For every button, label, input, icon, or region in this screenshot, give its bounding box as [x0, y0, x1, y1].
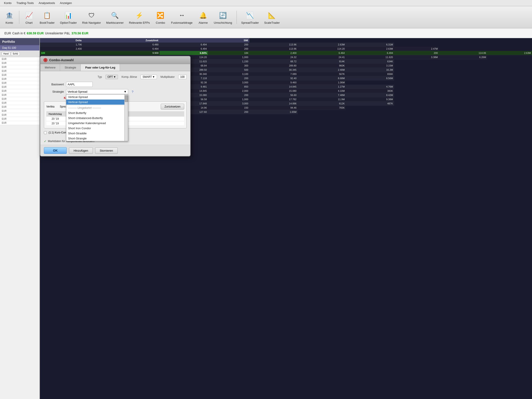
help-icon[interactable]: ? [132, 90, 133, 94]
toolbar-combo-label: Combo [156, 21, 165, 24]
toolbar-relevante-efps-label: Relevante EFPs [129, 21, 150, 24]
dropdown-item-umgekehrter-kalenderspread[interactable]: Umgekehrter Kalenderspread [66, 120, 124, 126]
strategie-row: Strategie Vertical-Spread ▼ Vertical-Spr… [44, 89, 187, 94]
dropdown-scrollbar[interactable] [124, 95, 128, 141]
status-bar: EUR Cash in € 638.59 EUR Unrealisierter … [0, 28, 532, 38]
komp-select[interactable]: SMART ▼ [140, 75, 157, 79]
booktrader-icon: 📋 [42, 10, 52, 21]
toolbar-risknavigator[interactable]: 🛡 Risk Navigator [80, 9, 103, 25]
komp-value: SMART [143, 75, 152, 78]
basiswert-input[interactable] [66, 82, 93, 87]
dropdown-scroll-thumb [125, 95, 128, 102]
status-pnl-label: Unrealisierter P&L [45, 32, 70, 35]
strategie-dropdown-list: Vertical-Spread Vertical-Spread ——— Umge… [66, 94, 128, 141]
dialog-title-text: Combo-Auswahl [49, 58, 74, 62]
vertikal-label: Vertika [46, 105, 55, 108]
basiswert-label: Basiswert [44, 83, 64, 86]
strategie-dropdown-arrow: ▼ [124, 90, 127, 93]
dropdown-item-vertical-spread-1[interactable]: Vertical-Spread [66, 95, 124, 100]
toolbar-booktrader[interactable]: 📋 BookTrader [38, 9, 57, 25]
toolbar-relevante-efps[interactable]: ⚡ Relevante EFPs [127, 9, 152, 25]
dialog-overlay: ✕ Combo-Auswahl Mehrere Strategie Paar o… [0, 38, 532, 399]
komp-label: Komp.-Börse [121, 75, 137, 78]
combo-icon: 🔀 [155, 10, 166, 21]
dialog-title-bar: ✕ Combo-Auswahl [40, 56, 190, 64]
risknavigator-icon: 🛡 [86, 10, 97, 21]
stornieren-button[interactable]: Stornieren [95, 147, 118, 154]
strategie-selected[interactable]: Vertical-Spread ▼ [66, 89, 128, 94]
relevante-efps-icon: ⚡ [134, 10, 145, 21]
typ-value: OPT [108, 75, 113, 78]
status-cash-label: Cash in € [13, 32, 25, 35]
strategie-label: Strategie [44, 90, 64, 93]
toolbar-scaletrader[interactable]: 📐 ScaleTrader [262, 9, 282, 25]
main-area: Portfolio Daq 51-100 Hand Schlü EUR EUR … [0, 38, 532, 399]
vertikal-row: Vertika [46, 105, 55, 108]
optiontrader-icon: 📊 [63, 10, 74, 21]
toolbar-optiontrader[interactable]: 📊 OptionTrader [58, 9, 79, 25]
multiplikator-value[interactable]: 100 [178, 75, 187, 79]
dialog-body: Typ OPT ▼ Komp.-Börse SMART ▼ Multiplika… [40, 71, 190, 138]
toolbar: 🏦 Konto 📈 Chart 📋 BookTrader 📊 OptionTra… [0, 6, 532, 28]
toolbar-risknavigator-label: Risk Navigator [82, 21, 101, 24]
toolbar-booktrader-label: BookTrader [40, 21, 55, 24]
spreadtrader-icon: 📉 [245, 10, 255, 21]
toolbar-chart[interactable]: 📈 Chart [21, 9, 37, 25]
toolbar-umschichtung[interactable]: 🔄 Umschichtung [212, 9, 234, 25]
strategie-dropdown-container: Vertical-Spread ▼ Vertical-Spread Vertic… [66, 89, 128, 94]
basiswert-row: Basiswert [44, 82, 187, 87]
toolbar-marktscanner[interactable]: 🔍 Marktscanner [104, 9, 126, 25]
strategie-selected-value: Vertical-Spread [68, 90, 87, 93]
toolbar-optiontrader-label: OptionTrader [60, 21, 77, 24]
dropdown-item-short-strangle[interactable]: Short-Strangle [66, 136, 124, 141]
dropdown-item-short-iron-condor[interactable]: Short Iron Condor [66, 126, 124, 131]
toolbar-spreadtrader[interactable]: 📉 SpreadTrader [239, 9, 261, 25]
toolbar-fusionsarbitrage-label: Fusionsarbitrage [171, 21, 193, 24]
dialog-tab-strategie[interactable]: Strategie [60, 64, 81, 71]
fusionsarbitrage-icon: ↔ [177, 10, 187, 21]
toolbar-chart-label: Chart [25, 21, 32, 24]
menu-anzeigen[interactable]: Anzeigen [58, 0, 74, 6]
dialog-close-button[interactable]: ✕ [44, 58, 47, 62]
toolbar-sep-2 [236, 11, 237, 24]
typ-select[interactable]: OPT ▼ [106, 75, 118, 79]
umschichtung-icon: 🔄 [218, 10, 228, 21]
menu-konto[interactable]: Konto [2, 0, 14, 6]
dialog-tab-paar[interactable]: Paar oder Leg-für-Leg [81, 64, 120, 71]
dropdown-item-short-unbalanced-butterfly[interactable]: Short-Unbalanced-Butterfly [66, 115, 124, 120]
ok-button[interactable]: OK [44, 147, 67, 154]
chart-icon: 📈 [24, 10, 34, 21]
dialog-tab-mehrere[interactable]: Mehrere [40, 64, 60, 71]
konto-icon: 🏦 [4, 10, 15, 21]
menu-bar: Konto Trading-Tools Analysetools Anzeige… [0, 0, 532, 6]
combo-dialog: ✕ Combo-Auswahl Mehrere Strategie Paar o… [40, 56, 191, 157]
menu-trading-tools[interactable]: Trading-Tools [14, 0, 36, 6]
toolbar-alarme-label: Alarme [199, 21, 208, 24]
zurücksetzen-container: Zurücksetzen [161, 104, 184, 109]
dropdown-item-short-butterfly[interactable]: Short Butterfly [66, 110, 124, 115]
marktscanner-icon: 🔍 [109, 10, 120, 21]
toolbar-spreadtrader-label: SpreadTrader [241, 21, 259, 24]
zurücksetzen-button[interactable]: Zurücksetzen [161, 104, 184, 109]
dropdown-item-short-straddle[interactable]: Short-Straddle [66, 131, 124, 136]
kurs-combo-checkbox[interactable] [44, 131, 47, 134]
toolbar-konto-label: Konto [6, 21, 13, 24]
leg1-handelstag: 20 '19 [46, 117, 64, 121]
typ-label: Typ [98, 75, 102, 78]
check-icon: ✓ [44, 139, 47, 143]
dropdown-item-vertical-spread-2[interactable]: Vertical-Spread [66, 100, 124, 105]
typ-dropdown-arrow: ▼ [113, 75, 116, 78]
alarme-icon: 🔔 [198, 10, 209, 21]
menu-analysetools[interactable]: Analysetools [36, 0, 57, 6]
toolbar-konto[interactable]: 🏦 Konto [2, 9, 17, 25]
komp-dropdown-arrow: ▼ [152, 75, 155, 78]
leg2-handelstag: 20 '19 [46, 121, 64, 126]
toolbar-alarme[interactable]: 🔔 Alarme [196, 9, 211, 25]
dropdown-item-separator: ——— Umgekehrt ——— [66, 105, 124, 110]
dialog-footer: OK Hinzufügen Stornieren [40, 145, 190, 156]
status-pnl-value: 370.56 EUR [72, 32, 89, 35]
toolbar-fusionsarbitrage[interactable]: ↔ Fusionsarbitrage [169, 9, 195, 25]
toolbar-combo[interactable]: 🔀 Combo [153, 9, 168, 25]
hinzufügen-button[interactable]: Hinzufügen [69, 147, 93, 154]
scaletrader-icon: 📐 [267, 10, 277, 21]
